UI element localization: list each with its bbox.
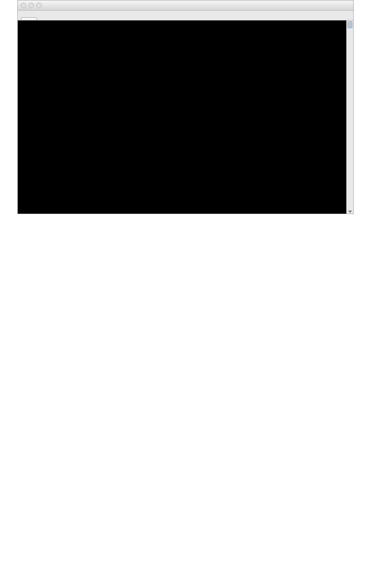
scrollbar-thumb[interactable]	[347, 21, 352, 28]
scrollbar[interactable]	[346, 20, 353, 214]
document-body	[0, 229, 371, 305]
traffic-lights	[21, 3, 42, 8]
terminal-tab[interactable]	[21, 17, 37, 20]
zoom-icon[interactable]	[36, 3, 42, 8]
window-titlebar	[18, 0, 353, 10]
terminal-output[interactable]	[18, 20, 346, 214]
heading-10	[31, 269, 340, 278]
heading-8	[31, 229, 340, 238]
tab-bar	[18, 10, 353, 20]
scroll-down-icon[interactable]	[348, 211, 352, 213]
close-icon[interactable]	[21, 3, 26, 8]
terminal-window	[17, 0, 354, 214]
heading-9	[31, 249, 340, 258]
minimize-icon[interactable]	[29, 3, 34, 8]
